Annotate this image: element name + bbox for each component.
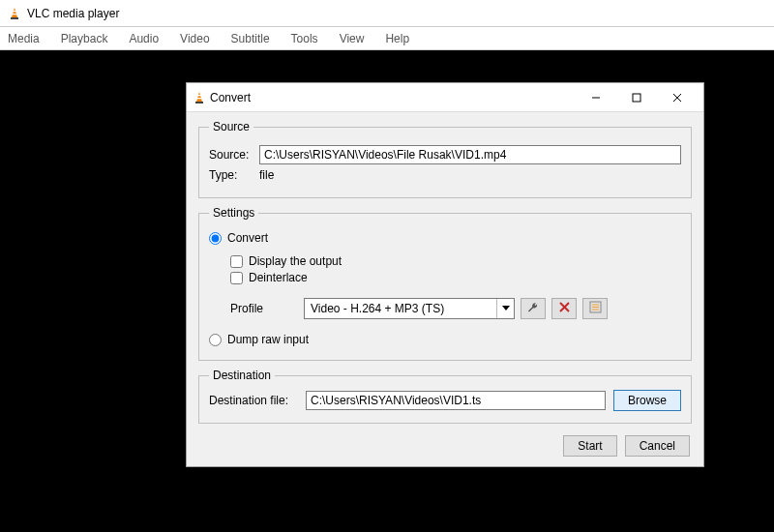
new-profile-button[interactable] (582, 298, 608, 319)
display-output-checkbox[interactable] (230, 255, 243, 268)
svg-rect-5 (197, 95, 202, 96)
destination-input[interactable] (306, 391, 606, 410)
svg-rect-2 (12, 14, 17, 15)
minimize-button[interactable] (576, 84, 616, 111)
app-title: VLC media player (27, 7, 119, 20)
settings-legend: Settings (209, 206, 258, 220)
menu-audio[interactable]: Audio (125, 30, 163, 47)
svg-rect-6 (196, 98, 202, 99)
svg-rect-1 (13, 11, 17, 12)
main-titlebar: VLC media player (0, 0, 774, 27)
deinterlace-label: Deinterlace (249, 271, 308, 284)
source-legend: Source (209, 120, 253, 133)
maximize-button[interactable] (616, 84, 657, 111)
destination-label: Destination file: (209, 394, 298, 407)
chevron-down-icon (496, 299, 514, 318)
dump-radio-label: Dump raw input (227, 333, 309, 346)
svg-marker-4 (196, 92, 202, 102)
menu-subtitle[interactable]: Subtitle (227, 30, 274, 47)
source-input[interactable] (259, 145, 681, 164)
new-profile-icon (589, 301, 602, 316)
svg-marker-12 (502, 306, 510, 310)
edit-profile-button[interactable] (521, 298, 546, 319)
wrench-icon (526, 301, 540, 317)
svg-marker-0 (12, 8, 17, 17)
svg-rect-7 (195, 102, 203, 103)
dump-radio[interactable] (209, 334, 222, 346)
deinterlace-checkbox[interactable] (230, 272, 243, 284)
menu-video[interactable]: Video (176, 30, 213, 47)
start-button[interactable]: Start (563, 435, 616, 457)
profile-select-text: Video - H.264 + MP3 (TS) (305, 302, 496, 315)
type-label: Type: (209, 168, 253, 182)
dialog-titlebar: Convert (187, 83, 703, 112)
delete-x-icon (559, 302, 570, 315)
dialog-title: Convert (210, 91, 251, 104)
vlc-cone-icon (8, 7, 21, 20)
convert-radio[interactable] (209, 232, 222, 245)
profile-label: Profile (230, 302, 298, 315)
menu-tools[interactable]: Tools (287, 30, 322, 47)
menu-media[interactable]: Media (4, 30, 44, 47)
cancel-button[interactable]: Cancel (625, 435, 690, 457)
menu-view[interactable]: View (336, 30, 369, 47)
svg-rect-3 (11, 17, 18, 19)
destination-group: Destination Destination file: Browse (198, 369, 692, 424)
settings-group: Settings Convert Display the output Dein… (198, 206, 692, 361)
menu-playback[interactable]: Playback (57, 30, 112, 47)
close-button[interactable] (657, 84, 698, 111)
delete-profile-button[interactable] (551, 298, 577, 319)
menubar: Media Playback Audio Video Subtitle Tool… (0, 27, 774, 50)
profile-select[interactable]: Video - H.264 + MP3 (TS) (304, 298, 515, 319)
destination-legend: Destination (209, 369, 275, 382)
convert-dialog: Convert Source Source: (186, 82, 704, 467)
display-output-label: Display the output (249, 254, 342, 268)
type-value: file (259, 168, 274, 182)
browse-button[interactable]: Browse (613, 390, 681, 411)
source-group: Source Source: Type: file (198, 120, 692, 198)
convert-radio-label: Convert (227, 231, 268, 245)
menu-help[interactable]: Help (381, 30, 413, 47)
svg-rect-9 (633, 94, 640, 102)
vlc-cone-icon (193, 91, 206, 104)
source-label: Source: (209, 148, 253, 162)
